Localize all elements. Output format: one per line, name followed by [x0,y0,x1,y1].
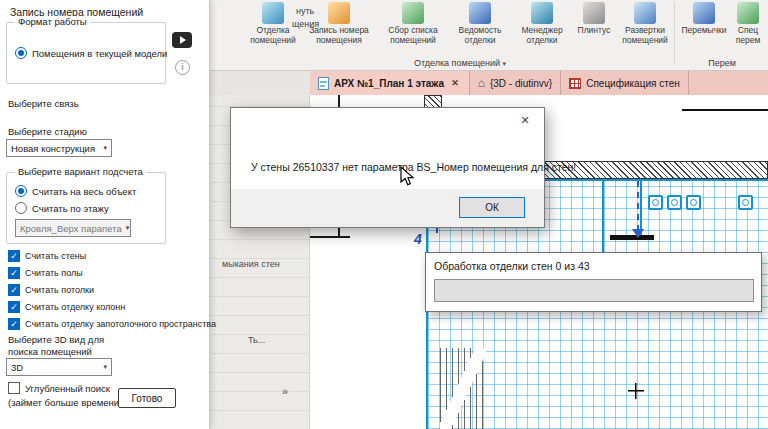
collect-room-list-icon [402,2,424,24]
progress-bar [434,279,754,302]
ribbon-group-finish: Отделка помещений Запись номера помещени… [246,0,674,46]
dialog-close-icon[interactable]: ✕ [506,108,544,132]
plumbing-fixture [738,195,753,210]
ribbon-group-label-finish[interactable]: Отделка помещений ▾ [246,58,674,68]
home-3d-icon: ⌂ [478,77,485,89]
baseboard-icon [583,2,605,24]
radio-rooms-current-model[interactable]: Помещения в текущей модели [15,47,167,59]
room-elevations-icon [634,2,656,24]
done-button[interactable]: Готово [118,388,176,408]
ribbon-button-lintel-spec[interactable]: Спец перем [730,0,766,46]
tab-wall-schedule[interactable]: Спецификация стен [561,71,689,95]
stair-symbol [440,348,486,429]
radio-count-by-floor[interactable]: Считать по этажу [15,202,109,214]
chevron-down-icon: ▾ [126,224,130,232]
format-groupbox: Формат работы Помещения в текущей модели [6,22,166,84]
checkbox-count-ceilings[interactable]: ✓ Считать потолки [8,284,94,296]
section-dash-line [637,181,639,231]
radio-icon[interactable] [15,47,27,59]
plumbing-fixture [686,195,701,210]
palette-scroll-indicator[interactable]: » [282,385,288,397]
chevron-down-icon: ▾ [103,363,107,371]
tab-3d-view[interactable]: ⌂ {3D - diutinvv} [470,71,562,95]
checkbox-count-walls[interactable]: ✓ Считать стены [8,250,86,262]
ribbon-button-room-finish[interactable]: Отделка помещений [246,0,300,46]
tab-close-icon[interactable]: ✕ [449,78,461,88]
checkbox-count-floors[interactable]: ✓ Считать полы [8,267,83,279]
youtube-help-icon[interactable] [172,32,192,48]
info-icon[interactable]: i [175,60,190,75]
progress-label: Обработка отделки стен 0 из 43 [434,260,590,272]
palette-row-fragment[interactable]: мыкания стен [222,259,280,269]
grid-bubble-number: 4 [414,231,422,247]
room-finish-icon [262,2,284,24]
radio-count-whole-object[interactable]: Считать на весь объект [15,185,136,197]
checkbox-icon[interactable]: ✓ [8,318,20,330]
checkbox-icon[interactable]: ✓ [8,267,20,279]
plumbing-fixture [667,195,682,210]
finish-schedule-icon [469,2,491,24]
dimension-line [682,109,768,111]
count-groupbox: Выберите вариант подсчета Считать на вес… [6,172,166,244]
link-label: Выберите связь [8,98,79,109]
group-dropdown-arrow-icon: ▾ [503,60,507,67]
stage-dropdown[interactable]: Новая конструкция ▾ [6,139,112,157]
deep-search-note: (займет больше времени) [8,397,122,408]
ribbon-button-baseboard[interactable]: Плинтус [572,0,616,46]
checkbox-count-column-finish[interactable]: ✓ Считать отделку колонн [8,301,125,313]
radio-icon[interactable] [15,202,27,214]
ribbon-group-label-lintels[interactable]: Перем [678,58,766,68]
radio-icon[interactable] [15,185,27,197]
schedule-table-icon [569,78,581,89]
ribbon-button-lintels[interactable]: Перемычки [678,0,730,46]
progress-dialog: Обработка отделки стен 0 из 43 [425,252,762,312]
ok-button[interactable]: ОК [459,197,525,218]
count-group-label: Выберите вариант подсчета [15,166,146,177]
ceiling-cross-mark [628,383,644,399]
plan-view-icon [318,77,329,90]
error-dialog: ✕ У стены 26510337 нет параметра BS_Номе… [230,107,545,228]
palette-row-fragment[interactable]: Ть... [248,335,265,345]
lintels-icon [693,2,715,24]
section-arrow-icon [632,229,644,238]
view3d-dropdown[interactable]: 3D ▾ [6,358,112,376]
ribbon-group-lintels: Перемычки Спец перем [678,0,766,46]
wall-line [310,236,350,238]
lintel-spec-icon [737,2,759,24]
ribbon-button-write-room-number[interactable]: Запись номера помещения [300,0,378,46]
ribbon: нуть щения Отделка помещений Запись номе… [210,0,768,71]
write-room-number-icon [328,2,350,24]
write-room-number-panel: Запись номера помещений Формат работы По… [0,0,210,429]
view3d-label: Выберите 3D вид для поиска помещений [8,334,128,358]
ribbon-button-collect-room-list[interactable]: Сбор списка помещений [378,0,448,46]
checkbox-count-above-ceiling[interactable]: ✓ Считать отделку запотолочного простран… [8,318,216,330]
ribbon-button-room-elevations[interactable]: Развертки помещений [616,0,674,46]
dialog-footer: ОК [231,189,544,227]
stage-label: Выберите стадию [8,126,87,137]
mouse-cursor [400,166,415,187]
plumbing-fixture [648,195,663,210]
format-group-label: Формат работы [15,16,90,27]
ribbon-separator [674,2,675,64]
view-tabs: АРХ №1_План 1 этажа ✕ ⌂ {3D - diutinvv} … [310,71,768,95]
ribbon-button-finish-schedule[interactable]: Ведомость отделки [448,0,512,46]
checkbox-icon[interactable] [8,382,20,394]
tab-plan-1[interactable]: АРХ №1_План 1 этажа ✕ [310,71,470,95]
checkbox-icon[interactable]: ✓ [8,284,20,296]
floor-dropdown: Кровля_Верх парапета ▾ [15,219,131,237]
view-tab-bar: АРХ №1_План 1 этажа ✕ ⌂ {3D - diutinvv} … [210,71,768,95]
chevron-down-icon: ▾ [103,144,107,152]
checkbox-icon[interactable]: ✓ [8,250,20,262]
checkbox-icon[interactable]: ✓ [8,301,20,313]
finish-manager-icon [531,2,553,24]
checkbox-deep-search[interactable]: Углубленный поиск [8,382,110,394]
ribbon-button-finish-manager[interactable]: Менеджер отделки [512,0,572,46]
